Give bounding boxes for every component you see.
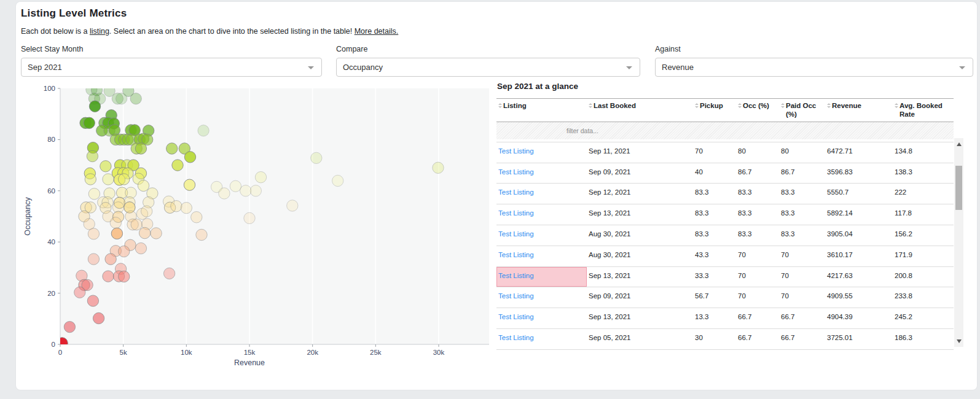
listing-dot[interactable] (163, 268, 174, 279)
listing-dot[interactable] (119, 246, 130, 257)
listing-dot[interactable] (191, 212, 202, 223)
plot-background[interactable] (60, 88, 489, 344)
sort-icon[interactable] (827, 103, 831, 108)
column-header-revenue[interactable]: Revenue (825, 99, 893, 122)
listing-dot[interactable] (88, 228, 99, 239)
listing-dot[interactable] (135, 143, 146, 154)
listing-dot[interactable] (230, 180, 241, 192)
listing-dot[interactable] (105, 254, 116, 265)
listing-link-cell[interactable]: Test Listing (496, 267, 587, 287)
sort-icon[interactable] (895, 103, 898, 108)
listing-dot[interactable] (198, 125, 209, 136)
dashboard-card: Listing Level Metrics Each dot below is … (15, 1, 978, 390)
x-tick-label: 15k (244, 349, 256, 356)
table-scrollbar[interactable] (954, 138, 963, 347)
listing-dot[interactable] (88, 254, 99, 265)
sort-icon[interactable] (589, 103, 592, 108)
listing-dot[interactable] (184, 179, 195, 190)
sort-icon[interactable] (695, 103, 699, 108)
table-cell: 70 (779, 246, 825, 266)
listing-dot[interactable] (244, 212, 255, 223)
listing-link-cell[interactable]: Test Listing (496, 142, 587, 163)
table-cell: 5550.7 (825, 184, 893, 204)
listing-dot[interactable] (196, 229, 207, 240)
listing-link-cell[interactable]: Test Listing (496, 287, 587, 308)
listing-link-cell[interactable]: Test Listing (496, 225, 587, 246)
scrollbar-thumb[interactable] (955, 166, 962, 210)
listing-link-cell[interactable]: Test Listing (496, 163, 587, 184)
sort-icon[interactable] (781, 103, 785, 108)
table-cell: 4217.63 (825, 267, 893, 287)
table-cell: 70 (779, 267, 825, 287)
sort-icon[interactable] (738, 103, 742, 108)
scatter-chart[interactable]: 05k10k15k20k25k30k020406080100RevenueOcc… (21, 85, 494, 379)
listing-dot[interactable] (88, 188, 100, 200)
listing-dot[interactable] (111, 228, 122, 239)
listing-dot[interactable] (181, 203, 192, 214)
table-cell: Sep 09, 2021 (587, 287, 693, 308)
column-header-pickup[interactable]: Pickup (693, 99, 736, 122)
listing-dot[interactable] (171, 201, 182, 212)
listing-dot[interactable] (89, 101, 100, 112)
listing-dot[interactable] (433, 162, 444, 173)
listing-dot[interactable] (287, 200, 298, 211)
column-header-last-booked[interactable]: Last Booked (587, 99, 693, 122)
listing-dot[interactable] (138, 180, 149, 191)
listing-dot[interactable] (332, 175, 343, 186)
column-header-listing[interactable]: Listing (496, 99, 587, 122)
listing-link[interactable]: listing (90, 27, 109, 36)
compare-dropdown[interactable]: Occupancy (336, 58, 640, 77)
listing-dot[interactable] (100, 161, 111, 172)
listing-link-cell[interactable]: Test Listing (496, 329, 587, 349)
listing-dot[interactable] (87, 295, 98, 306)
listing-dot[interactable] (219, 188, 230, 199)
listing-dot[interactable] (85, 174, 96, 185)
listing-dot[interactable] (116, 93, 127, 104)
listing-dot[interactable] (57, 338, 68, 349)
listing-dot[interactable] (139, 227, 150, 238)
listing-dot[interactable] (151, 228, 162, 239)
table-cell: 70 (693, 142, 736, 163)
listing-dot[interactable] (119, 271, 130, 282)
listing-link-cell[interactable]: Test Listing (496, 184, 587, 204)
more-details-link[interactable]: More details. (355, 27, 399, 36)
listing-dot[interactable] (172, 160, 183, 171)
scroll-up-button[interactable] (954, 139, 963, 149)
column-header-label: Occ (%) (743, 101, 769, 110)
listing-dot[interactable] (84, 117, 95, 128)
listing-dot[interactable] (110, 217, 121, 228)
y-tick-label: 20 (47, 290, 55, 297)
listing-link-cell[interactable]: Test Listing (496, 246, 587, 266)
listing-dot[interactable] (131, 219, 142, 230)
table-filter-input[interactable]: filter data... (496, 122, 954, 139)
stay-month-dropdown[interactable]: Sep 2021 (21, 58, 322, 77)
listing-dot[interactable] (64, 321, 75, 332)
listing-dot[interactable] (255, 172, 266, 183)
listing-link-cell[interactable]: Test Listing (496, 204, 587, 225)
listing-dot[interactable] (184, 152, 195, 163)
table-cell: 66.7 (779, 329, 825, 349)
listing-dot[interactable] (240, 185, 251, 196)
listing-dot[interactable] (250, 185, 261, 196)
column-header-occ[interactable]: Occ (%) (736, 99, 779, 122)
listing-dot[interactable] (130, 93, 141, 104)
listing-dot[interactable] (135, 242, 146, 254)
scatter-plot-canvas[interactable]: 05k10k15k20k25k30k020406080100RevenueOcc… (21, 85, 494, 379)
table-cell: 70 (736, 267, 779, 287)
listing-dot[interactable] (167, 143, 178, 154)
chevron-down-icon (626, 66, 632, 69)
listing-link-cell[interactable]: Test Listing (496, 308, 587, 328)
listing-dot[interactable] (311, 152, 322, 163)
listing-dot[interactable] (87, 150, 98, 161)
listing-dot[interactable] (119, 174, 130, 185)
listing-dot[interactable] (141, 206, 152, 217)
scroll-down-button[interactable] (954, 336, 963, 346)
listing-dot[interactable] (93, 312, 104, 323)
column-header-paid-occ[interactable]: Paid Occ (%) (779, 99, 825, 122)
column-header-avg-booked-rate[interactable]: Avg. Booked Rate (893, 99, 954, 122)
against-dropdown[interactable]: Revenue (655, 58, 973, 77)
listing-dot[interactable] (103, 174, 114, 185)
listing-dot[interactable] (103, 271, 114, 282)
listing-dot[interactable] (74, 287, 85, 298)
sort-icon[interactable] (498, 103, 502, 108)
